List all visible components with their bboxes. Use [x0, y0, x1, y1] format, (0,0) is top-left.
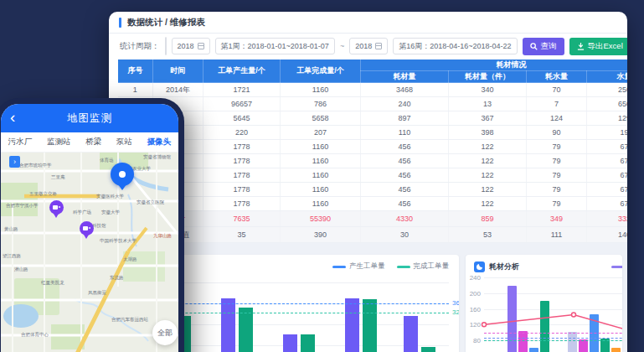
export-excel-button[interactable]: 导出Excel — [569, 38, 627, 55]
filter-bar: 统计周期： 年季月周日 2018 第1周：2018-01-01~2018-01-… — [109, 34, 627, 59]
table-cell: 1160 — [281, 83, 361, 97]
table-cell: 1778 — [204, 168, 281, 183]
table-cell: 1721 — [204, 83, 281, 97]
map-poi-label: 合肥市宁溪小学 — [6, 203, 39, 208]
table-cell: 250 — [587, 83, 628, 97]
column-header: 工单产生量/个 — [204, 60, 281, 83]
end-week-field[interactable]: 第16周：2018-04-16~2018-04-22 — [393, 38, 517, 54]
sub-column-header: 耗材量 — [361, 71, 449, 83]
table-cell: 349 — [527, 211, 587, 227]
table-cell: 1 — [118, 83, 153, 97]
chart-icon — [474, 261, 485, 272]
selected-camera-pin[interactable] — [111, 163, 134, 186]
page: 数据统计 / 维修报表 统计周期： 年季月周日 2018 第1周：2018-01… — [0, 0, 644, 352]
query-button[interactable]: 查询 — [523, 38, 564, 55]
tab-桥梁[interactable]: 桥梁 — [85, 137, 101, 148]
camera-marker[interactable] — [49, 200, 64, 215]
table-cell: 30 — [361, 227, 449, 243]
table-cell: 207 — [281, 126, 361, 140]
table-cell: 786 — [281, 97, 361, 111]
legend-item[interactable]: 完成工单量 — [397, 261, 450, 272]
table-cell: 5645 — [204, 111, 281, 126]
map-poi-label: 凤凰御景 — [88, 290, 106, 295]
table-cell: 1778 — [204, 140, 281, 154]
report-table-wrapper: 序号时间工单产生量/个工单完成量/个耗材情况耗材量耗材量（件）耗水量水量 120… — [117, 59, 627, 243]
sub-column-header: 水量 — [587, 71, 628, 83]
legend-label: 产生工单量 — [349, 261, 385, 272]
y-tick-label: 200 — [466, 290, 481, 298]
table-cell: 111 — [527, 227, 587, 243]
bar-产生工单量 — [221, 298, 235, 352]
phone-screen: ‹ 地图监测 污水厂监测站桥梁泵站摄像头 — [1, 104, 178, 352]
tab-污水厂[interactable]: 污水厂 — [8, 137, 33, 148]
table-cell: 67 — [587, 183, 628, 197]
end-year-select[interactable]: 2018 — [349, 38, 388, 54]
table-cell: 79 — [527, 168, 587, 183]
table-row: 177811604561227967 — [118, 168, 628, 183]
y-tick-label: 120 — [466, 321, 481, 329]
period-option-年[interactable]: 年 — [166, 38, 167, 54]
map-poi-label: 合肥体育中心 — [21, 332, 49, 337]
table-row: 12014年17211160346834070250 — [118, 83, 628, 97]
reference-label: 360 — [452, 299, 459, 307]
start-week-field[interactable]: 第1周：2018-01-01~2018-01-07 — [215, 38, 335, 54]
map-poi-label: 合肥市琥珀中学 — [19, 163, 52, 168]
table-cell: 122 — [449, 140, 527, 154]
table-cell: 4330 — [361, 211, 449, 227]
table-cell: 79 — [527, 197, 587, 211]
expand-icon[interactable]: › — [9, 156, 20, 168]
table-cell: 70 — [527, 83, 587, 97]
bar-完成工单量 — [239, 308, 253, 352]
table-cell: 1160 — [281, 183, 361, 197]
table-cell: 67 — [587, 168, 628, 183]
legend-swatch[interactable] — [611, 266, 622, 268]
table-cell: 1778 — [204, 154, 281, 168]
map-poi-label: 太湖路 — [123, 256, 137, 261]
table-cell: 79 — [527, 183, 587, 197]
y-tick-label: 80 — [466, 337, 481, 344]
table-cell: 110 — [361, 126, 449, 140]
phone-header: ‹ 地图监测 — [1, 104, 178, 132]
table-cell: 1160 — [281, 140, 361, 154]
table-cell: 19 — [587, 126, 628, 140]
tab-监测站[interactable]: 监测站 — [47, 137, 71, 148]
map-poi-label: 黄山路 — [4, 226, 18, 231]
legend-item[interactable]: 产生工单量 — [332, 261, 385, 272]
legend-swatch — [397, 266, 410, 268]
table-cell: 340 — [449, 83, 527, 97]
table-cell: 79 — [527, 154, 587, 168]
table-cell: 1160 — [281, 154, 361, 168]
column-header: 序号 — [118, 60, 153, 83]
report-table: 序号时间工单产生量/个工单完成量/个耗材情况耗材量耗材量（件）耗水量水量 120… — [117, 59, 627, 243]
sub-column-header: 耗水量 — [527, 71, 587, 83]
table-cell: 2014年 — [153, 83, 204, 97]
map-poi-label: 东流路 — [110, 275, 124, 280]
start-year-select[interactable]: 2018 — [172, 38, 210, 54]
legend-swatch — [332, 266, 346, 268]
back-icon[interactable]: ‹ — [10, 107, 15, 127]
camera-marker[interactable] — [80, 221, 94, 236]
calendar-icon — [375, 43, 382, 49]
camera-icon — [83, 226, 88, 230]
table-cell: 3468 — [361, 83, 449, 97]
map-view[interactable]: 体育场安徽农业大学安徽省博物馆合肥市琥珀中学三里庵五里墩立交桥安徽医科大学合肥市… — [1, 153, 178, 352]
table-row: 56455658897367124129 — [118, 111, 628, 126]
tab-摄像头[interactable]: 摄像头 — [147, 137, 172, 148]
map-poi-label: 合肥汽车客运西站 — [111, 317, 148, 322]
table-cell: 1778 — [204, 197, 281, 211]
table-cell: 7 — [527, 97, 587, 111]
table-cell: 140 — [587, 227, 628, 243]
table-cell: 390 — [281, 227, 361, 243]
phone-tab-bar: 污水厂监测站桥梁泵站摄像头 — [1, 132, 178, 153]
table-cell: 124 — [527, 111, 587, 126]
table-cell: 456 — [361, 197, 449, 211]
map-poi-label: 安徽省立医院 — [137, 199, 164, 204]
reference-label: 323 — [452, 308, 459, 316]
tab-泵站[interactable]: 泵站 — [116, 137, 132, 148]
chart-legend: 产生工单量完成工单量 — [332, 261, 449, 272]
sub-column-header: 耗材量（件） — [449, 71, 527, 83]
show-all-button[interactable]: 全部 — [152, 320, 178, 345]
map-poi-label: 三里庵 — [51, 174, 65, 179]
table-cell: 90 — [527, 126, 587, 140]
period-label: 统计周期： — [120, 41, 160, 52]
